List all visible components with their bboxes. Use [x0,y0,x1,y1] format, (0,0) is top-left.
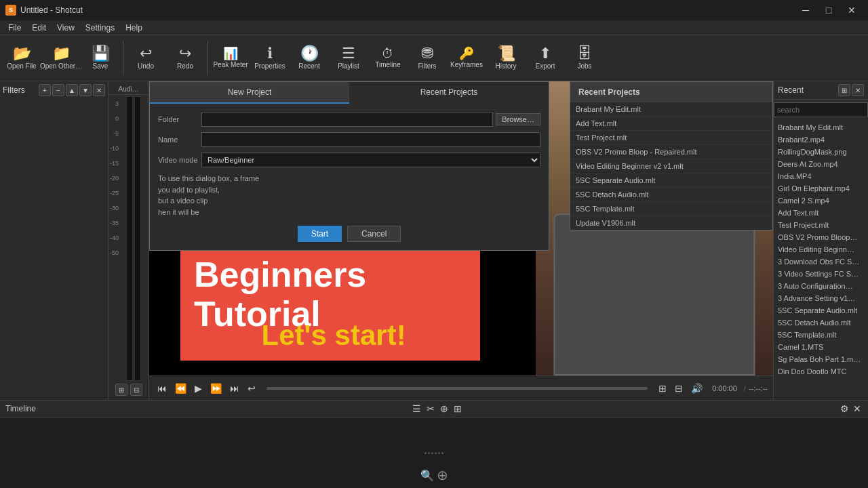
recent-search-input[interactable] [774,102,868,117]
level-neg30: -30 [110,201,119,216]
keyframes-label: Keyframes [450,61,483,68]
tl-close-btn[interactable]: ✕ [852,402,863,415]
grid-btn[interactable]: ⊞ [656,382,669,395]
level-neg40: -40 [110,230,119,245]
audio-panel-btn1[interactable]: ⊞ [115,384,127,396]
zoom-out-icon[interactable]: 🔍 [420,469,434,482]
recent-list-item[interactable]: Sg Palas Boh Part 1.m… [774,353,868,365]
recent-list-item[interactable]: Din Doo Dootlo MTC [774,365,868,378]
toolbar-save[interactable]: 💾 Save [81,38,119,79]
timeline-dots [425,451,443,456]
zoom-in-icon[interactable]: ⊕ [437,467,448,483]
toolbar: 📂 Open File 📁 Open Other… 💾 Save ↩ Undo … [0,35,868,81]
menu-help[interactable]: Help [120,22,148,34]
menu-settings[interactable]: Settings [80,22,120,34]
close-button[interactable]: ✕ [841,3,863,18]
right-panel: Recent ⊞ ✕ Brabant My Edit.mltBrabant2.m… [773,81,868,400]
play-btn[interactable]: ▶ [192,382,205,395]
recent-list-item[interactable]: 3 Auto Configuration… [774,280,868,292]
toolbar-keyframes[interactable]: 🔑 Keyframes [448,38,486,79]
toolbar-open-other[interactable]: 📁 Open Other… [42,38,80,79]
toolbar-open-file[interactable]: 📂 Open File [3,38,41,79]
recent-list-item[interactable]: 5SC Detach Audio.mlt [774,317,868,329]
recent-list-item[interactable]: 5SC Separate Audio.mlt [774,304,868,317]
filter-up-btn[interactable]: ▲ [66,84,78,96]
tl-right-controls: ⚙ ✕ [839,402,863,415]
recent-list-item[interactable]: Video Editing Beginn… [774,243,868,256]
video-preview: Shotcut Beginners Tutorial Let's start! [149,81,773,375]
level-0: 0 [110,111,119,126]
go-end-btn[interactable]: ⏭ [227,382,242,395]
filter-add-btn[interactable]: + [39,84,51,96]
recent-list-item[interactable]: Brabant My Edit.mlt [774,121,868,134]
filter-remove-btn[interactable]: − [52,84,64,96]
level-neg10: -10 [110,141,119,156]
tl-copy-btn[interactable]: ⊕ [439,402,450,415]
minimize-button[interactable]: ─ [795,3,816,18]
redo-icon: ↪ [179,46,191,61]
preview-area: Shotcut Beginners Tutorial Let's start! [149,81,773,400]
tl-menu-btn[interactable]: ☰ [411,402,422,415]
recent-list-item[interactable]: 3 Video Settings FC S… [774,268,868,280]
toolbar-peak-meter[interactable]: 📊 Peak Meter [212,38,250,79]
recent-list-item[interactable]: Test Project.mlt [774,219,868,231]
recent-list: Brabant My Edit.mltBrabant2.mp4RollingDo… [774,120,868,400]
undo-label: Undo [138,62,154,70]
tl-cut-btn[interactable]: ✂ [425,402,436,415]
save-icon: 💾 [92,46,110,61]
recent-list-item[interactable]: India.MP4 [774,170,868,182]
peak-meter-label: Peak Meter [213,61,248,68]
menu-view[interactable]: View [52,22,80,34]
toolbar-jobs[interactable]: 🗄 Jobs [566,38,604,79]
toolbar-redo[interactable]: ↪ Redo [166,38,204,79]
filter-down-btn[interactable]: ▼ [79,84,92,96]
recent-list-item[interactable]: RollingDogMask.png [774,146,868,158]
recent-list-item[interactable]: OBS V2 Promo Bloop… [774,231,868,243]
menu-bar: File Edit View Settings Help [0,20,868,35]
recent-list-item[interactable]: 5SC Template.mlt [774,329,868,341]
recent-list-item[interactable]: Girl On Elephant.mp4 [774,182,868,195]
recent-list-item[interactable]: Add Text.mlt [774,207,868,219]
loop-btn[interactable]: ↩ [245,382,258,395]
progress-bar[interactable] [267,387,648,390]
toolbar-properties[interactable]: ℹ Properties [251,38,289,79]
toolbar-recent[interactable]: 🕐 Recent [290,38,328,79]
recent-list-item[interactable]: Deers At Zoo.mp4 [774,158,868,170]
level-neg20: -20 [110,171,119,186]
tab-recent-projects[interactable]: Recent Projects [349,82,549,104]
shotcut-title: Shotcut [261,149,443,205]
recent-list-item[interactable]: Camel 1.MTS [774,341,868,353]
toolbar-filters[interactable]: ⛃ Filters [408,38,446,79]
toolbar-undo[interactable]: ↩ Undo [127,38,165,79]
menu-edit[interactable]: Edit [26,22,52,34]
recent-list-item[interactable]: 3 Download Obs FC S… [774,256,868,268]
toolbar-playlist[interactable]: ☰ Playlist [330,38,368,79]
tl-settings-btn[interactable]: ⚙ [839,402,850,415]
tl-paste-btn[interactable]: ⊞ [452,402,463,415]
prev-frame-btn[interactable]: ⏪ [172,382,189,395]
timeline-controls: ☰ ✂ ⊕ ⊞ [411,402,463,415]
filter-close-btn[interactable]: ✕ [93,84,105,96]
title-bar-left: S Untitled - Shotcut [5,5,83,16]
next-frame-btn[interactable]: ⏩ [208,382,224,395]
audio-panel: Audi… 3 0 -5 -10 -15 -20 -25 -30 -35 -40… [108,81,149,400]
recent-list-item[interactable]: 3 Advance Setting v1… [774,292,868,304]
presenter-photo [536,81,773,375]
toolbar-timeline[interactable]: ⏱ Timeline [369,38,407,79]
toolbar-export[interactable]: ⬆ Export [526,38,564,79]
maximize-button[interactable]: □ [818,3,840,18]
rp-btn2[interactable]: ✕ [852,84,864,96]
audio-panel-btn2[interactable]: ⊟ [130,384,142,396]
volume-btn[interactable]: 🔊 [688,382,705,395]
go-start-btn[interactable]: ⏮ [155,382,170,395]
rp-btn1[interactable]: ⊞ [838,84,850,96]
toolbar-history[interactable]: 📜 History [487,38,525,79]
menu-file[interactable]: File [3,22,26,34]
recent-list-item[interactable]: Camel 2 S.mp4 [774,195,868,207]
jobs-label: Jobs [577,62,591,70]
filters-icon: ⛃ [421,46,433,61]
recent-list-item[interactable]: Brabant2.mp4 [774,134,868,146]
tab-new-project[interactable]: New Project [150,82,349,104]
filters-panel: Filters + − ▲ ▼ ✕ [0,81,108,400]
zoom-btn[interactable]: ⊟ [672,382,686,395]
